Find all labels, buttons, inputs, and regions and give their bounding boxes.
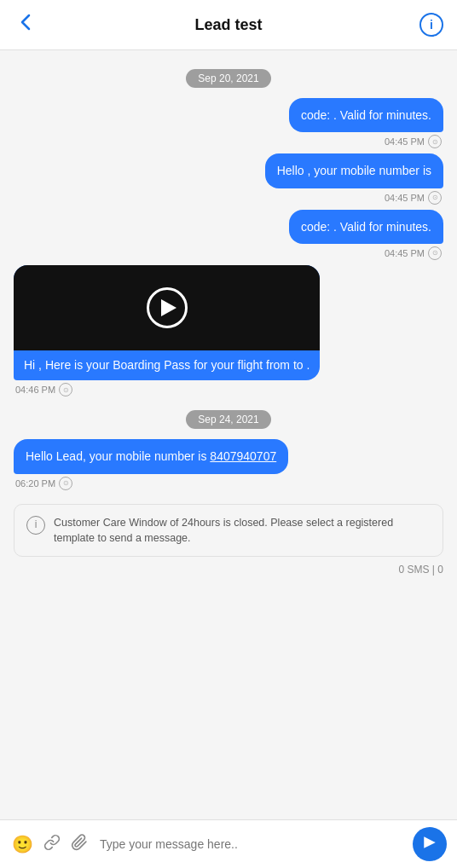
notice-text: Customer Care Window of 24hours is close… <box>54 515 431 546</box>
video-thumbnail[interactable] <box>14 265 320 350</box>
timestamp-1: 04:45 PM ⊙ <box>385 135 443 148</box>
notice-info-icon: i <box>26 516 45 535</box>
wa-status-icon-3: ⊙ <box>428 246 442 260</box>
date-badge-sep24: Sep 24, 2021 <box>14 410 443 429</box>
timestamp-3: 04:45 PM ⊙ <box>385 246 443 260</box>
date-label-sep20: Sep 20, 2021 <box>186 69 270 88</box>
page-title: Lead test <box>194 16 262 34</box>
sms-counter: 0 SMS | 0 <box>14 564 443 576</box>
timestamp-video: 04:46 PM ⊙ <box>14 383 72 396</box>
message-row-5: Hello Lead, your mobile number is 840794… <box>14 439 443 489</box>
message-bubble-1: code: . Valid for minutes. <box>289 98 443 132</box>
attachment-icon[interactable] <box>69 832 90 857</box>
date-badge-sep20: Sep 20, 2021 <box>14 69 443 88</box>
link-icon[interactable] <box>42 832 62 857</box>
message-row-1: code: . Valid for minutes. 04:45 PM ⊙ <box>14 98 443 148</box>
wa-status-icon-video: ⊙ <box>59 383 72 396</box>
wa-status-icon-1: ⊙ <box>428 135 442 148</box>
message-row-2: Hello , your mobile number is 04:45 PM ⊙ <box>14 153 443 204</box>
message-bubble-2: Hello , your mobile number is <box>265 153 443 188</box>
play-button[interactable] <box>147 287 188 328</box>
timestamp-5: 06:20 PM ⊙ <box>14 477 72 490</box>
header: Lead test i <box>0 0 457 50</box>
input-area: 🙂 <box>0 819 457 868</box>
message-bubble-3: code: . Valid for minutes. <box>289 210 443 244</box>
message-row-video: Hi , Here is your Boarding Pass for your… <box>14 265 443 397</box>
video-bubble[interactable]: Hi , Here is your Boarding Pass for your… <box>14 265 320 381</box>
message-input[interactable] <box>96 832 406 856</box>
emoji-icon[interactable]: 🙂 <box>10 832 35 856</box>
message-bubble-5: Hello Lead, your mobile number is 840794… <box>14 439 288 473</box>
back-button[interactable] <box>14 10 38 39</box>
video-caption: Hi , Here is your Boarding Pass for your… <box>14 350 320 381</box>
timestamp-2: 04:45 PM ⊙ <box>385 191 443 205</box>
phone-link[interactable]: 8407940707 <box>210 449 276 463</box>
date-label-sep24: Sep 24, 2021 <box>186 410 270 429</box>
info-button[interactable]: i <box>419 13 443 37</box>
send-button[interactable] <box>413 827 447 861</box>
send-icon <box>422 835 437 854</box>
chat-area: Sep 20, 2021 code: . Valid for minutes. … <box>0 50 457 819</box>
play-icon <box>161 299 176 316</box>
message-row-3: code: . Valid for minutes. 04:45 PM ⊙ <box>14 210 443 260</box>
wa-status-icon-2: ⊙ <box>428 191 442 205</box>
wa-status-icon-5: ⊙ <box>59 477 72 490</box>
info-notice: i Customer Care Window of 24hours is clo… <box>14 504 443 557</box>
